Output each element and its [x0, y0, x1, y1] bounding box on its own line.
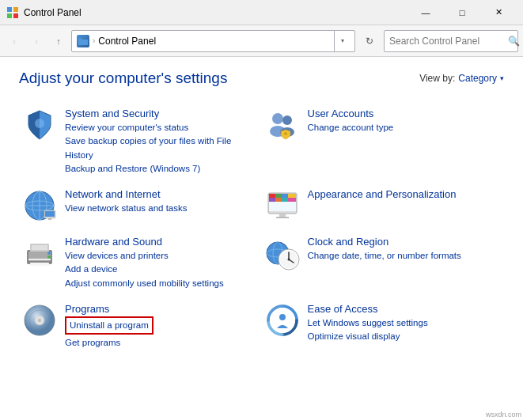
svg-rect-25: [282, 194, 288, 198]
svg-rect-29: [282, 198, 288, 202]
appearance-title[interactable]: Appearance and Personalization: [308, 188, 495, 200]
address-bar: ‹ › ↑ › Control Panel ▾ ↻ 🔍: [0, 25, 523, 57]
svg-rect-33: [276, 217, 289, 218]
programs-icon: [22, 303, 57, 338]
system-link-3[interactable]: Backup and Restore (Windows 7): [65, 162, 252, 176]
system-link-2[interactable]: Save backup copies of your files with Fi…: [65, 134, 252, 162]
view-by-label: View by:: [419, 73, 455, 84]
view-by-value[interactable]: Category: [458, 73, 497, 84]
watermark: wsxdn.com: [486, 411, 521, 418]
user-accounts-title[interactable]: User Accounts: [308, 108, 495, 119]
appearance-content: Appearance and Personalization: [308, 188, 495, 202]
svg-rect-32: [279, 214, 286, 217]
category-users: User Accounts Change account type: [262, 101, 505, 182]
hardware-link-1[interactable]: View devices and printers: [65, 249, 252, 263]
up-icon: ↑: [56, 36, 61, 46]
view-by-control[interactable]: View by: Category ▾: [419, 73, 504, 84]
categories-grid: System and Security Review your computer…: [19, 101, 504, 356]
svg-rect-0: [7, 7, 12, 12]
minimize-button[interactable]: —: [407, 0, 444, 25]
svg-rect-19: [45, 211, 55, 217]
svg-rect-31: [269, 202, 296, 211]
user-accounts-icon: [265, 108, 300, 142]
category-appearance: Appearance and Personalization: [262, 182, 505, 229]
svg-point-53: [38, 319, 41, 322]
svg-point-7: [35, 119, 44, 128]
ease-title[interactable]: Ease of Access: [308, 303, 495, 315]
svg-point-49: [287, 259, 290, 261]
svg-rect-28: [275, 198, 282, 202]
address-folder-icon: [77, 35, 89, 47]
svg-rect-1: [13, 7, 18, 12]
up-button[interactable]: ↑: [49, 32, 68, 51]
svg-point-41: [47, 255, 51, 259]
system-link-1[interactable]: Review your computer's status: [65, 121, 252, 134]
clock-content: Clock and Region Change date, time, or n…: [308, 236, 495, 263]
forward-button[interactable]: ›: [27, 32, 46, 51]
forward-icon: ›: [35, 36, 38, 46]
hardware-link-3[interactable]: Adjust commonly used mobility settings: [65, 277, 252, 290]
hardware-title[interactable]: Hardware and Sound: [65, 236, 252, 248]
refresh-icon: ↻: [366, 36, 373, 47]
window-controls: — □ ✕: [407, 0, 517, 25]
app-icon: [6, 6, 19, 19]
svg-rect-30: [288, 198, 296, 202]
svg-rect-6: [78, 40, 88, 45]
view-by-arrow-icon: ▾: [500, 74, 504, 82]
close-button[interactable]: ✕: [480, 0, 517, 25]
svg-rect-26: [288, 194, 296, 198]
hardware-link-2[interactable]: Add a device: [65, 263, 252, 276]
svg-rect-38: [28, 259, 51, 260]
clock-link-1[interactable]: Change date, time, or number formats: [308, 249, 495, 263]
title-bar: Control Panel — □ ✕: [0, 0, 523, 25]
hardware-icon: [22, 236, 57, 271]
ease-link-1[interactable]: Let Windows suggest settings: [308, 316, 495, 330]
svg-point-40: [47, 252, 51, 255]
programs-content: Programs Uninstall a program Get program…: [65, 303, 252, 350]
back-icon: ‹: [13, 36, 16, 46]
network-title[interactable]: Network and Internet: [65, 188, 252, 200]
maximize-button[interactable]: □: [444, 0, 480, 25]
address-dropdown-button[interactable]: ▾: [334, 30, 350, 52]
network-icon: [22, 188, 57, 223]
category-system: System and Security Review your computer…: [19, 101, 262, 182]
svg-rect-37: [32, 245, 47, 250]
address-separator: ›: [93, 36, 95, 45]
user-accounts-content: User Accounts Change account type: [308, 108, 495, 134]
programs-link-2[interactable]: Get programs: [65, 336, 252, 350]
window-title: Control Panel: [24, 7, 407, 18]
address-box[interactable]: › Control Panel ▾: [71, 30, 355, 52]
main-content: Adjust your computer's settings View by:…: [0, 57, 523, 369]
ease-link-2[interactable]: Optimize visual display: [308, 330, 495, 343]
back-button[interactable]: ‹: [5, 32, 24, 51]
programs-title[interactable]: Programs: [65, 303, 252, 315]
page-title: Adjust your computer's settings: [19, 70, 227, 87]
category-hardware: Hardware and Sound View devices and prin…: [19, 229, 262, 297]
svg-rect-2: [7, 13, 12, 18]
svg-rect-24: [275, 194, 282, 198]
clock-icon: [265, 236, 300, 271]
svg-rect-23: [269, 194, 275, 198]
svg-point-12: [284, 132, 287, 135]
content-header: Adjust your computer's settings View by:…: [19, 70, 504, 87]
programs-link-1[interactable]: Uninstall a program: [65, 316, 153, 335]
refresh-button[interactable]: ↻: [358, 30, 381, 52]
system-security-icon: [22, 108, 57, 142]
category-programs: Programs Uninstall a program Get program…: [19, 297, 262, 357]
svg-rect-20: [48, 218, 51, 220]
search-box[interactable]: 🔍: [384, 30, 518, 52]
clock-title[interactable]: Clock and Region: [308, 236, 495, 248]
hardware-content: Hardware and Sound View devices and prin…: [65, 236, 252, 290]
network-link-1[interactable]: View network status and tasks: [65, 202, 252, 215]
svg-rect-27: [269, 198, 275, 202]
user-link-1[interactable]: Change account type: [308, 121, 495, 134]
search-input[interactable]: [389, 36, 508, 47]
category-clock: Clock and Region Change date, time, or n…: [262, 229, 505, 297]
appearance-icon: [265, 188, 300, 223]
system-security-title[interactable]: System and Security: [65, 108, 252, 119]
svg-point-56: [279, 314, 286, 320]
category-ease: Ease of Access Let Windows suggest setti…: [262, 297, 505, 357]
category-network: Network and Internet View network status…: [19, 182, 262, 229]
svg-rect-3: [13, 13, 18, 18]
system-security-content: System and Security Review your computer…: [65, 108, 252, 176]
